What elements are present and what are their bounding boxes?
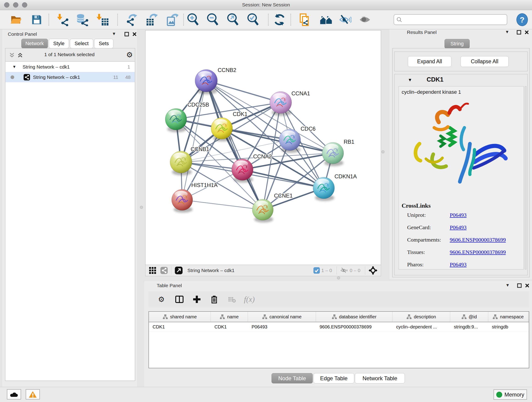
edge-CDK1-RB1[interactable] <box>222 128 333 153</box>
cell[interactable]: 9606.ENSP00000378699 <box>316 322 393 332</box>
table-panel-float-icon[interactable]: ▾ <box>506 283 509 288</box>
zoom-in-button[interactable] <box>187 13 200 26</box>
edge-CCNB2-RB1[interactable] <box>206 81 333 153</box>
crosslink-link[interactable]: 9606.ENSP00000378699 <box>450 237 506 243</box>
crosslink-link[interactable]: P06493 <box>450 212 467 218</box>
bottom-splitter-handle[interactable] <box>337 276 340 279</box>
network-options-gear-icon[interactable]: ⚙ <box>126 51 133 58</box>
tab-string[interactable]: String <box>444 39 470 49</box>
node-CCNA1[interactable] <box>270 91 292 116</box>
tab-network-table[interactable]: Network Table <box>355 373 405 383</box>
node-CCNB1[interactable] <box>170 151 192 175</box>
warning-status-button[interactable] <box>26 389 40 400</box>
node-CDC6[interactable] <box>279 129 301 153</box>
add-column-icon[interactable] <box>192 295 201 304</box>
export-image-button[interactable] <box>165 13 178 26</box>
string-documents-button[interactable] <box>298 13 311 26</box>
collapse-all-networks-icon[interactable] <box>17 52 24 58</box>
expand-all-button[interactable]: Expand All <box>408 56 451 67</box>
column-header-canonical-name[interactable]: canonical name <box>248 312 316 322</box>
results-panel-close-icon[interactable] <box>525 30 529 35</box>
tab-edge-table[interactable]: Edge Table <box>313 373 354 383</box>
grid-view-icon[interactable] <box>149 267 157 274</box>
show-columns-icon[interactable] <box>175 295 184 304</box>
column-header-database-identifier[interactable]: database identifier <box>316 312 393 322</box>
crosslink-link[interactable]: 9606.ENSP00000378699 <box>450 249 506 255</box>
tab-select[interactable]: Select <box>70 39 93 48</box>
tab-node-table[interactable]: Node Table <box>272 373 313 383</box>
selected-checkbox-icon[interactable] <box>313 267 320 274</box>
table-panel-maximize-icon[interactable] <box>517 283 522 288</box>
tab-network[interactable]: Network <box>21 39 48 48</box>
edge-CCNB2-CCNA1[interactable] <box>206 81 281 102</box>
search-input[interactable] <box>404 17 507 22</box>
column-header-namespace[interactable]: namespace <box>488 312 528 322</box>
node-CCNE1[interactable] <box>252 199 273 223</box>
cell[interactable]: cyclin–dependent ... <box>393 322 450 332</box>
right-splitter-handle[interactable] <box>381 150 385 153</box>
show-all-button[interactable] <box>359 13 372 26</box>
protein-collapse-triangle[interactable]: ▼ <box>408 77 412 83</box>
table-row[interactable]: CDK1CDK1P064939606.ENSP00000378699cyclin… <box>149 322 529 332</box>
edge-CCNA2-CDKN1A[interactable] <box>242 170 324 188</box>
network-overview-button[interactable] <box>319 13 335 26</box>
import-network-database-button[interactable] <box>76 13 89 26</box>
import-table-file-button[interactable] <box>96 13 109 26</box>
tab-sets[interactable]: Sets <box>94 39 114 48</box>
cloud-status-button[interactable] <box>7 389 21 400</box>
results-panel-maximize-icon[interactable] <box>517 30 521 35</box>
memory-button[interactable]: Memory <box>494 389 527 400</box>
node-RB1[interactable] <box>322 142 344 166</box>
edge-CCNE1-HIST1H1A[interactable] <box>182 200 263 210</box>
expand-all-networks-icon[interactable] <box>9 52 15 58</box>
tab-style[interactable]: Style <box>49 39 69 48</box>
network-canvas[interactable]: CCNB2CCNA1CDC25BCDK1CDC6RB1CCNB1CCNA2CDK… <box>145 30 381 265</box>
collapse-all-button[interactable]: Collapse All <box>461 56 509 67</box>
import-network-file-button[interactable] <box>57 13 70 26</box>
control-panel-maximize-icon[interactable] <box>124 32 129 36</box>
network-graph[interactable]: CCNB2CCNA1CDC25BCDK1CDC6RB1CCNB1CCNA2CDK… <box>146 31 381 265</box>
column-header-name[interactable]: name <box>211 312 248 322</box>
cell[interactable]: P06493 <box>248 322 316 332</box>
control-panel-close-icon[interactable] <box>132 32 137 36</box>
delete-column-icon[interactable] <box>210 295 219 304</box>
results-scrollbar[interactable] <box>525 86 526 269</box>
export-network-button[interactable] <box>126 13 138 26</box>
node-CCNA2[interactable] <box>232 159 253 183</box>
node-HIST1H1A[interactable] <box>172 189 193 213</box>
cell[interactable]: CDK1 <box>149 322 211 332</box>
help-button[interactable]: ? <box>516 13 528 26</box>
collapse-triangle-icon[interactable]: ▼ <box>12 65 16 69</box>
results-panel-float-icon[interactable]: ▾ <box>506 29 508 34</box>
crosslink-link[interactable]: P06493 <box>450 224 467 230</box>
node-CDK1[interactable] <box>211 118 233 141</box>
cell[interactable]: stringdb:9... <box>450 322 488 332</box>
left-splitter-handle[interactable] <box>140 206 143 209</box>
open-in-window-icon[interactable] <box>175 266 183 274</box>
column-header--id[interactable]: @id <box>450 312 488 322</box>
refresh-button[interactable] <box>273 13 286 26</box>
network-collection-row[interactable]: ▼ String Network – cdk1 1 <box>6 62 135 72</box>
string-share-icon[interactable] <box>160 267 168 274</box>
edge-CCNB2-CCNE1[interactable] <box>206 81 263 210</box>
open-session-button[interactable] <box>10 13 22 26</box>
save-session-button[interactable] <box>30 13 43 26</box>
node-CDKN1A[interactable] <box>313 177 335 201</box>
column-header-description[interactable]: description <box>393 312 450 322</box>
column-header-shared-name[interactable]: shared name <box>149 312 211 322</box>
network-row-selected[interactable]: String Network – cdk1 11 48 <box>6 72 135 82</box>
table-panel-close-icon[interactable] <box>525 283 530 288</box>
cell[interactable]: CDK1 <box>211 322 248 332</box>
control-panel-float-icon[interactable]: ▾ <box>113 31 115 36</box>
table-options-gear-icon[interactable]: ⚙ <box>158 296 165 303</box>
zoom-out-button[interactable] <box>207 13 220 26</box>
hide-selected-button[interactable] <box>339 13 351 26</box>
node-CDC25B[interactable] <box>165 108 187 132</box>
birds-eye-toggle-icon[interactable] <box>368 266 378 275</box>
cell[interactable]: stringdb <box>488 322 528 332</box>
zoom-fit-button[interactable] <box>227 13 240 26</box>
crosslink-link[interactable]: P06493 <box>450 262 467 268</box>
node-CCNB2[interactable] <box>195 70 217 95</box>
zoom-selected-button[interactable] <box>247 13 260 26</box>
export-table-button[interactable] <box>145 13 158 26</box>
